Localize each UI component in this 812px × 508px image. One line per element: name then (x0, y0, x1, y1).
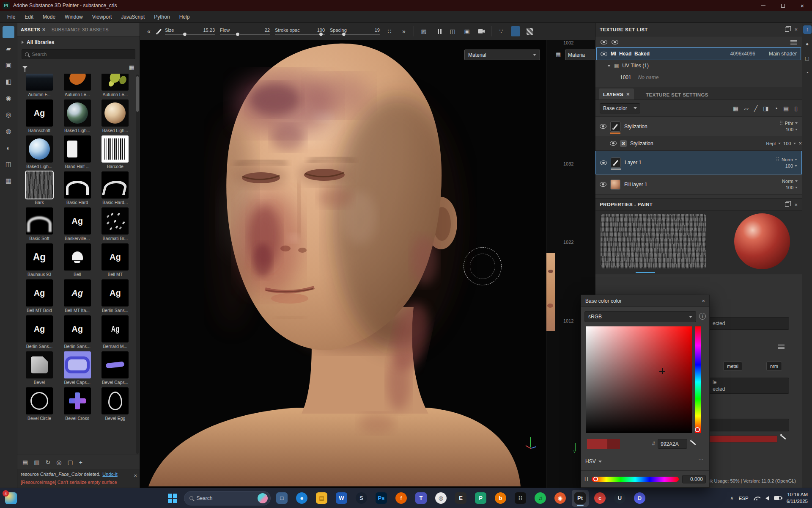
tab-layers[interactable]: LAYERS (599, 88, 634, 99)
taskbar-icon-obs[interactable]: ◎ (433, 490, 450, 507)
taskbar-icon-firefox[interactable]: f (393, 490, 410, 507)
footer-icon-sync[interactable]: ↻ (45, 459, 50, 466)
toolbar-icon-sep[interactable] (414, 26, 414, 36)
tab-assets[interactable]: ASSETS (21, 26, 46, 33)
menu-item-mode[interactable]: Mode (38, 11, 60, 23)
filter-icon[interactable] (22, 66, 27, 69)
collapse-toolbar-icon[interactable]: « (144, 26, 154, 36)
more-options-icon[interactable]: ⋯ (698, 457, 704, 463)
tool-icon-clone[interactable]: ◎ (3, 109, 14, 121)
asset-item-berlin-sans[interactable]: Ag Berlin Sans... (96, 279, 134, 313)
widgets-button[interactable]: 4 (5, 492, 17, 504)
menu-item-python[interactable]: Python (149, 11, 174, 23)
slider-spacing[interactable]: Spacing19 (330, 28, 380, 35)
footer-icon-import-list[interactable]: ▥ (34, 459, 39, 466)
slider-stroke-opac[interactable]: Stroke opac100 (275, 28, 325, 35)
menu-item-file[interactable]: File (3, 11, 20, 23)
taskbar-icon-blender[interactable]: b (492, 490, 509, 507)
blend-mode[interactable]: Norm (782, 179, 793, 184)
slider-knob[interactable] (236, 32, 240, 36)
slider-track[interactable] (220, 34, 270, 35)
layer-opacity[interactable]: 100 (785, 163, 793, 168)
taskbar-icon-app-grid[interactable]: ∷ (512, 490, 529, 507)
asset-item-basic-hard[interactable]: Basic Hard... (96, 171, 134, 205)
asset-item-autumn-le[interactable]: Autumn Le... (59, 74, 96, 97)
tool-icon-smudge[interactable]: ◉ (3, 92, 14, 104)
info-icon[interactable]: i (699, 313, 706, 320)
color-mode-dropdown[interactable]: HSV (585, 458, 602, 464)
texture-set-row[interactable]: MI_Head_Baked 4096x4096 Main shader (596, 47, 801, 60)
grid-view-icon[interactable]: ▦ (129, 64, 134, 71)
search-input[interactable] (31, 51, 132, 57)
asset-item-bevel-cross[interactable]: Bevel Cross (59, 387, 96, 421)
asset-item-berlin-sans[interactable]: Ag Berlin Sans... (59, 315, 96, 349)
hue-slider[interactable] (592, 477, 679, 482)
swatch-primary[interactable] (587, 439, 607, 449)
footer-icon-add[interactable]: + (79, 459, 82, 466)
asset-item-bell[interactable]: Bell (59, 243, 96, 277)
blend-mode[interactable]: Norm (782, 157, 793, 162)
stroke-path-icon[interactable] (157, 29, 162, 34)
taskbar-icon-teams[interactable]: T (413, 490, 430, 507)
slider-track[interactable] (275, 34, 325, 35)
color-space-dropdown[interactable]: sRGB (584, 311, 696, 322)
metal-channel-button[interactable]: metal (723, 362, 742, 371)
saturation-value-picker[interactable] (586, 326, 692, 433)
layer-tool-icon-trash[interactable]: ▯ (794, 105, 798, 112)
shelf-icon-share-export[interactable]: ↑ (803, 25, 812, 34)
effect-eye-icon[interactable] (610, 141, 617, 146)
hidden-icons-chevron[interactable]: ∧ (730, 495, 734, 501)
toolbar-icon-sep[interactable] (491, 26, 491, 36)
taskbar-icon-photoshop[interactable]: Ps (373, 490, 390, 507)
toolbar-icon-geometry[interactable]: ▣ (462, 26, 472, 36)
asset-item-autumn-le[interactable]: Autumn Le... (96, 74, 134, 97)
asset-item-baskerville[interactable]: Ag Baskerville... (59, 207, 96, 241)
uv-tile-row[interactable]: 1001 No name (595, 71, 802, 84)
brush-alpha-preview[interactable] (601, 214, 706, 268)
taskbar-icon-chrome[interactable]: c (592, 490, 609, 507)
shelf-icon-material-sphere[interactable]: ● (803, 40, 812, 48)
panel-menu-icon[interactable] (790, 40, 797, 44)
asset-item-autumn-f[interactable]: Autumn F... (21, 74, 58, 97)
dialog-close-icon[interactable] (702, 298, 705, 304)
slider-track[interactable] (165, 34, 215, 35)
taskbar-icon-file-explorer[interactable]: ▤ (313, 490, 330, 507)
asset-item-bernard-m[interactable]: Ag Bernard M... (96, 315, 134, 349)
menu-item-edit[interactable]: Edit (20, 11, 38, 23)
asset-item-berlin-sans[interactable]: Ag Berlin Sans... (21, 315, 58, 349)
close-tab-icon[interactable] (42, 26, 46, 33)
material-sphere-preview[interactable] (734, 213, 790, 269)
toolbar-icon-spray[interactable]: ∵ (497, 26, 506, 36)
tool-icon-export-resources[interactable]: ◫ (3, 158, 14, 170)
toolbar-icon-display-mode[interactable]: ◫ (448, 26, 457, 36)
tab-substance-3d-assets[interactable]: SUBSTANCE 3D ASSETS (52, 27, 109, 32)
hue-value-input[interactable]: 0.000 (682, 475, 706, 483)
asset-item-bevel-egg[interactable]: Bevel Egg (96, 387, 134, 421)
close-button[interactable] (793, 0, 812, 11)
layer-tool-icon-fill-bucket[interactable]: ◨ (763, 105, 768, 112)
slider-track[interactable] (330, 34, 380, 35)
toolbar-icon-material-checker[interactable] (525, 26, 535, 36)
footer-icon-export-list[interactable]: ▤ (22, 459, 28, 466)
detach-panel-icon[interactable] (785, 202, 789, 207)
uv-grid-icon[interactable]: ▦ (556, 51, 561, 58)
viewport-3d[interactable]: Material (140, 40, 546, 488)
taskbar-icon-unity[interactable]: U (612, 490, 628, 507)
close-tab-icon[interactable] (626, 91, 630, 97)
clock[interactable]: 10:19 AM 6/11/2025 (787, 491, 808, 505)
layer-tool-icon-folder[interactable]: ▤ (783, 105, 789, 112)
taskbar-icon-edge[interactable]: e (294, 490, 310, 507)
asset-item-bell-mt[interactable]: Ag Bell MT (96, 243, 134, 277)
settings-menu-icon[interactable] (778, 345, 785, 349)
toolbar-icon-camera[interactable] (477, 26, 486, 36)
menu-item-window[interactable]: Window (60, 11, 88, 23)
visibility-eye-icon[interactable] (601, 40, 607, 44)
asset-item-bevel-caps[interactable]: Bevel Caps... (96, 351, 134, 385)
layer-eye-icon[interactable] (600, 182, 606, 187)
hue-marker[interactable] (695, 427, 700, 432)
shader-material-dropdown[interactable]: Material (464, 50, 540, 60)
asset-item-basic-soft[interactable]: Basic Soft (21, 207, 58, 241)
wifi-icon[interactable] (754, 496, 760, 500)
navigation-gizmo[interactable] (523, 437, 540, 454)
uv-tiles-row[interactable]: ▦ UV Tiles (1) (595, 60, 802, 71)
